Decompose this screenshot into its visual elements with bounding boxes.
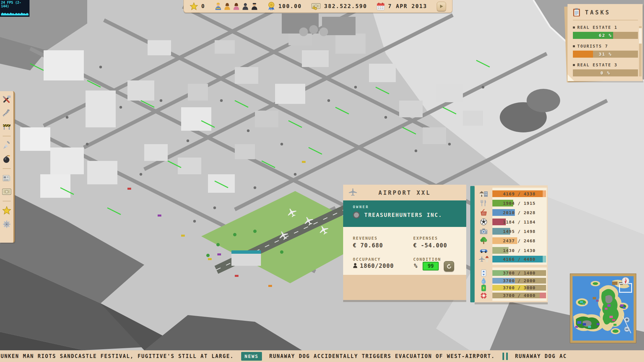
play-pause-button[interactable] [437,2,446,11]
minimap-canvas[interactable] [573,276,634,341]
task-progress-bar: 0 % [573,69,638,76]
minimap[interactable] [570,274,636,343]
stat-row-safety[interactable]: 3700 / 4000 [475,293,548,298]
housing-icon [479,190,488,197]
tasks-scrollbar[interactable] [639,26,642,76]
stat-row-water[interactable]: 3700 / 2000 [475,278,548,284]
sidebar-item-newspaper[interactable] [2,173,11,183]
stat-value: 3700 / 4000 [492,293,546,298]
road-icon [2,109,11,117]
occupancy-value: 1860/2000 [360,262,394,269]
tool-sidebar[interactable] [0,91,15,243]
compass-icon[interactable] [622,277,629,285]
city-map-background[interactable] [0,0,644,362]
stat-value: 4166 / 4480 [492,257,546,262]
task-label: REAL ESTATE 1 [577,25,618,30]
newspaper-icon [2,174,11,182]
approval-value: 100.00 [278,3,302,9]
task-percent: 31 % [573,52,638,57]
expenses-value: € -54.000 [413,242,447,249]
airport-icon [479,255,489,263]
occupancy-label: OCCUPANCY [353,257,381,262]
task-progress-bar: 31 % [573,51,638,58]
task-label: REAL ESTATE 3 [577,63,618,67]
task-item[interactable]: REAL ESTATE 1 62 % [573,24,638,39]
task-item[interactable]: REAL ESTATE 3 0 % [573,61,638,76]
repair-button[interactable] [444,261,454,272]
stat-row-sightseeing[interactable]: 1495 / 1498 [475,228,548,235]
approval-rating[interactable]: 100.00 [268,2,302,11]
task-item[interactable]: TOURISTS 7 31 % [573,43,638,58]
ticker-headline: UNKEN MAN RIOTS SANDCASTLE FESTIVAL, FUG… [1,353,234,359]
tree-icon [480,237,487,245]
gear-icon [2,220,11,229]
star-rating[interactable]: 0 [190,2,205,10]
tasks-panel[interactable]: TASKS REAL ESTATE 1 62 % TOURISTS 7 31 %… [568,4,643,81]
news-badge: NEWS [241,352,262,361]
calendar-icon [377,2,385,10]
money-icon [311,3,321,10]
stat-value: 4169 / 4338 [492,191,546,196]
stat-bar: 3700 / 2000 [492,278,546,284]
stat-row-environment[interactable]: 2437 / 2468 [475,237,548,244]
citizen-groups[interactable] [215,2,258,11]
divider [3,136,11,136]
star-icon [2,206,11,215]
dialog-title: AIRPORT XXL [343,189,466,196]
stat-bar: 3700 / 1400 [492,270,546,276]
sidebar-item-roads[interactable] [2,108,11,118]
bullet-icon [573,45,575,47]
sidebar-item-finances[interactable] [2,187,11,196]
water-drop-icon [481,277,486,284]
treasury[interactable]: 382.522.590 [311,3,367,10]
sidebar-item-achievements[interactable] [2,206,11,215]
bomb-icon [3,155,11,163]
banknote-icon [2,188,11,195]
woman-pink-icon [233,2,240,11]
building-dialog[interactable]: AIRPORT XXL OWNER TREASUREHUNTERS INC. R… [343,185,466,300]
stat-row-food[interactable]: 1904 / 1915 [475,200,548,206]
tools-icon [2,95,11,104]
stat-row-flights[interactable]: 4166 / 4480 [475,256,548,262]
sidebar-item-terrain[interactable] [2,141,11,150]
stat-value: 3700 / 3000 [492,285,546,290]
scrollbar-thumb[interactable] [639,28,642,44]
owner-section: OWNER TREASUREHUNTERS INC. [343,200,466,227]
stat-bar: 4169 / 4338 [492,190,546,197]
news-ticker[interactable]: UNKEN MAN RIOTS SANDCASTLE FESTIVAL, FUG… [0,350,644,362]
owner-row[interactable]: TREASUREHUNTERS INC. [353,212,442,219]
stat-row-shopping[interactable]: 2010 / 2028 [475,209,548,216]
star-icon [190,2,198,10]
fps-graph [1,11,29,15]
stat-bar: 1904 / 1915 [492,200,546,206]
shopping-basket-icon [480,209,488,216]
stat-row-sports[interactable]: 1184 / 1184 [475,219,548,225]
sidebar-item-construction[interactable] [2,122,11,131]
stat-row-power[interactable]: 3700 / 3000 [475,285,548,291]
soccer-ball-icon [480,218,487,226]
task-percent: 62 % [573,33,638,38]
panel-connector[interactable] [470,186,475,302]
stat-row-waste[interactable]: 3700 / 1400 [475,270,548,276]
stat-bar: 1430 / 1430 [492,247,546,254]
condition-badge: 99 [423,262,439,270]
stat-value: 1495 / 1498 [492,229,546,234]
criminal-icon [251,2,258,11]
stat-bar: 1184 / 1184 [492,219,546,225]
percent-icon: % [414,262,418,269]
stat-row-traffic[interactable]: 1430 / 1430 [475,247,548,254]
sidebar-item-build-tools[interactable] [2,95,11,104]
sidebar-item-settings[interactable] [2,220,11,229]
sidebar-item-demolish[interactable] [2,155,11,164]
money-value: 382.522.590 [324,3,367,9]
game-date[interactable]: 7 APR 2013 [377,2,427,10]
ticker-headline: RUNAWAY DOG AC [515,353,567,359]
stat-value: 1430 / 1430 [492,248,546,253]
game-viewport[interactable]: 24 FPS (2-144) 0 [0,0,644,362]
waste-service-icon [481,269,487,277]
owner-dot-icon [353,212,360,219]
barrier-icon [2,123,11,130]
stat-row-housing[interactable]: 4169 / 4338 [475,190,548,197]
city-stats-panel[interactable]: 4169 / 4338 1904 / 1915 2010 / 2028 [475,185,548,302]
food-icon [480,199,487,207]
